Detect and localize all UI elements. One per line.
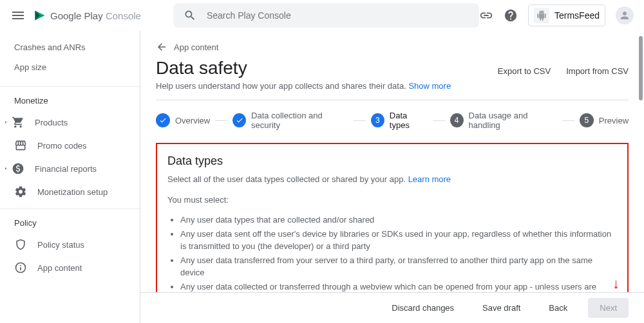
menu-icon[interactable] [10,8,26,23]
nav-products[interactable]: Products [0,111,140,134]
step-data-types[interactable]: 3Data types [371,111,428,130]
list-item: Any user data types that are collected a… [180,214,617,226]
next-button[interactable]: Next [588,298,629,318]
search-bar[interactable] [173,3,479,28]
back-button[interactable]: Back [541,298,575,318]
logo[interactable]: Google Play Console [33,9,141,22]
import-csv[interactable]: Import from CSV [566,66,629,76]
save-draft-button[interactable]: Save draft [475,298,528,318]
nav-policy-status[interactable]: Policy status [0,233,140,256]
shield-icon [14,238,27,251]
cart-icon [12,116,24,129]
sidebar: Crashes and ANRs App size Monetize Produ… [0,31,140,323]
discard-button[interactable]: Discard changes [384,298,462,318]
help-icon[interactable] [504,8,518,23]
nav-monetization-setup[interactable]: Monetization setup [0,180,140,203]
nav-financial[interactable]: Financial reports [0,157,140,180]
check-icon [236,116,243,124]
dollar-icon [12,162,24,175]
nav-app-content[interactable]: App content [0,256,140,279]
step-data-usage[interactable]: 4Data usage and handling [450,111,557,130]
account-chip[interactable]: TermsFeed [528,5,605,26]
nav-app-size[interactable]: App size [0,57,140,77]
footer-actions: Discard changes Save draft Back Next [140,292,644,323]
section-heading: Data types [167,154,617,168]
link-icon[interactable] [479,8,493,23]
scrollbar[interactable] [639,36,643,100]
export-csv[interactable]: Export to CSV [498,66,551,76]
breadcrumb[interactable]: App content [156,41,629,53]
avatar[interactable] [616,6,634,24]
account-name: TermsFeed [554,10,600,21]
android-icon [534,8,549,23]
storefront-icon [14,139,27,152]
list-item: Any user data transferred from your serv… [180,254,617,279]
chevron-right-icon [3,119,9,125]
nav-section-monetize: Monetize [0,86,140,111]
search-input[interactable] [207,10,469,21]
show-more-link[interactable]: Show more [408,81,451,91]
step-overview[interactable]: Overview [156,113,210,127]
main-content: App content Data safety Export to CSV Im… [140,31,644,323]
step-data-collection[interactable]: Data collection and security [232,111,348,130]
back-arrow-icon [156,41,167,53]
nav-section-policy: Policy [0,208,140,233]
chevron-right-icon [3,165,9,172]
logo-text: Google Play Console [50,10,141,21]
stepper: Overview Data collection and security 3D… [156,111,629,130]
gear-icon [14,185,27,198]
learn-more-link[interactable]: Learn more [408,174,451,184]
nav-crashes[interactable]: Crashes and ANRs [0,37,140,57]
info-icon [14,261,27,274]
check-icon [159,116,167,124]
step-preview[interactable]: 5Preview [580,113,629,127]
list-item: Any user data sent off the user's device… [180,228,617,253]
nav-promo-codes[interactable]: Promo codes [0,134,140,157]
page-title: Data safety [156,58,247,78]
search-icon [184,9,196,22]
play-console-logo-icon [33,9,46,22]
page-subtitle: Help users understand how your app colle… [156,81,629,91]
